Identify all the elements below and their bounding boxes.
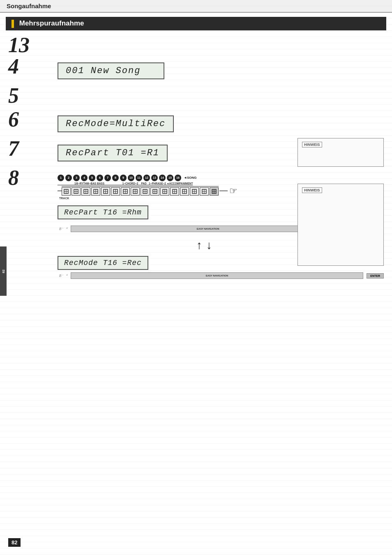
arrow-up-icon: ↑: [196, 239, 202, 252]
track-dash: —: [58, 189, 62, 193]
hinweis-label-2: HINWEIS: [302, 187, 322, 193]
sub-label-1: B⁻ ⁴: [59, 227, 67, 231]
easy-nav-bar-2[interactable]: EASY NAVIGATION: [71, 272, 363, 279]
step-4-content: 001 New Song: [21, 56, 384, 83]
lcd-rec-mode: RecMode=MultiRec: [58, 115, 174, 132]
track-num-6: 6: [97, 175, 103, 181]
easy-nav-label-1: EASY NAVIGATION: [197, 228, 219, 230]
track-btn-16[interactable]: [210, 187, 219, 196]
track-btn-2[interactable]: [71, 187, 81, 196]
section-label-chord: 1~CHORD~2: [121, 182, 139, 185]
sub-label-2: B⁻ ⁴: [59, 274, 67, 278]
track-buttons-row: [62, 186, 219, 196]
track-btn-14[interactable]: [190, 187, 199, 196]
track-num-8: 8: [112, 175, 119, 181]
steps-1-3: 1 3: [8, 35, 384, 56]
page-number: 82: [8, 538, 21, 547]
step-4-row: 4 001 New Song: [8, 56, 384, 83]
lcd-rec-part-t01: RecPart T01 =R1: [58, 145, 168, 161]
track-btn-15[interactable]: [200, 187, 209, 196]
main-content: 1 3 4 001 New Song 5 6 RecMode=MultiRec …: [0, 30, 392, 290]
section-label-acc: ◄ACCOMPANIMENT: [166, 182, 193, 185]
hand-cursor-icon: ☞: [229, 186, 238, 196]
track-btn-6[interactable]: [111, 187, 120, 196]
section-label-phrase: 1~PHRASE~2: [148, 182, 166, 185]
hinweis-box-2: HINWEIS: [297, 184, 384, 266]
step-1-number: 1: [8, 35, 19, 56]
chapter-header: Songaufnahme: [0, 0, 392, 13]
track-btn-3[interactable]: [81, 187, 90, 196]
section-heading: Mehrspuraufnahme: [6, 17, 386, 30]
track-num-3: 3: [73, 175, 80, 181]
chapter-title: Songaufnahme: [7, 2, 51, 9]
step-6-row: 6 RecMode=MultiRec: [8, 109, 384, 136]
step-6-content: RecMode=MultiRec: [21, 109, 384, 136]
step-6-number: 6: [8, 109, 19, 130]
section-title: Mehrspuraufnahme: [19, 19, 84, 27]
sidebar-tab: 82: [0, 246, 7, 296]
song-label: ◄SONG: [184, 176, 196, 180]
lcd-rec-mode-t16: RecMode T16 =Rec: [58, 256, 148, 270]
track-num-4: 4: [81, 175, 88, 181]
easy-nav-label-2: EASY NAVIGATION: [206, 274, 228, 277]
track-btn-1[interactable]: [62, 187, 71, 196]
step-8-number: 8: [8, 167, 19, 189]
track-btn-10[interactable]: [150, 187, 159, 196]
track-end-line: ——: [219, 189, 228, 193]
track-num-2: 2: [65, 175, 72, 181]
track-num-14: 14: [159, 175, 166, 181]
hinweis-label-1: HINWEIS: [302, 142, 322, 147]
step-4-number: 4: [8, 56, 19, 77]
track-btn-9[interactable]: [141, 187, 150, 196]
arrow-down-icon: ↓: [206, 239, 212, 252]
step-3-number: 3: [19, 35, 30, 56]
track-num-13: 13: [151, 175, 158, 181]
enter-btn-2[interactable]: ENTER: [367, 273, 384, 279]
step-7-area: 7 RecPart T01 =R1 HINWEIS: [8, 138, 384, 165]
step-8-area: 8 1 2 3 4 5 6 7 8 9 10: [8, 167, 384, 279]
track-btn-13[interactable]: [180, 187, 189, 196]
section-label-pad: PAD: [139, 182, 148, 185]
section-label-bass: 1/8~RYTHM~BAS BASS: [58, 182, 121, 185]
track-numbers-row: 1 2 3 4 5 6 7 8 9 10 11 12 13 14: [58, 175, 384, 181]
lcd-rec-part-t16: RecPart T16 =Rhm: [58, 205, 148, 219]
lcd-song-select: 001 New Song: [58, 62, 164, 79]
track-btn-5[interactable]: [101, 187, 110, 196]
step-5-number: 5: [8, 85, 19, 106]
track-btn-7[interactable]: [121, 187, 130, 196]
track-btn-11[interactable]: [160, 187, 169, 196]
track-num-11: 11: [136, 175, 142, 181]
track-num-15: 15: [167, 175, 173, 181]
track-num-10: 10: [128, 175, 134, 181]
step-5-content: [21, 85, 384, 88]
step-7-number: 7: [8, 138, 19, 159]
track-num-16: 16: [175, 175, 181, 181]
track-num-9: 9: [120, 175, 127, 181]
track-btn-8[interactable]: [131, 187, 140, 196]
track-btn-12[interactable]: [170, 187, 179, 196]
track-num-12: 12: [143, 175, 150, 181]
step-5-row: 5: [8, 85, 384, 106]
sidebar-tab-label: 82: [2, 269, 5, 273]
hinweis-box-1: HINWEIS: [297, 138, 384, 167]
track-num-1: 1: [58, 175, 64, 181]
track-num-5: 5: [89, 175, 95, 181]
track-num-7: 7: [104, 175, 111, 181]
track-btn-4[interactable]: [91, 187, 100, 196]
